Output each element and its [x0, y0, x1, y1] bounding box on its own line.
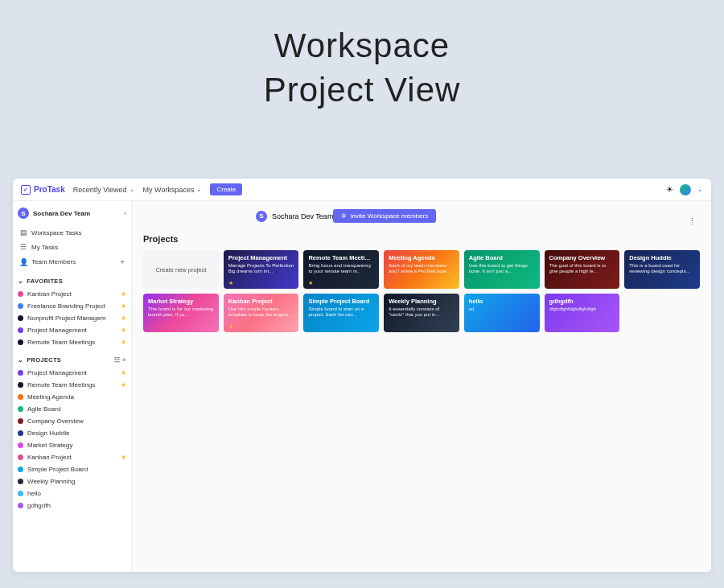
sidebar-item-label: gdhgdfh	[27, 502, 126, 509]
project-card[interactable]: Market StrategyThis board is for our mar…	[143, 294, 219, 332]
card-description: Simple board to start on a project. Each…	[308, 306, 374, 318]
color-dot-icon	[18, 503, 23, 508]
sidebar-item-label: Freelance Branding Project	[27, 302, 117, 310]
project-card[interactable]: Kanban ProjectUse this simple Kanban tem…	[224, 294, 299, 332]
favorite-item[interactable]: Kanban Project★	[18, 288, 126, 300]
star-icon[interactable]: ★	[121, 454, 126, 461]
chevron-down-icon: ⌄	[18, 356, 23, 364]
project-item[interactable]: Agile Board	[18, 403, 126, 415]
project-item[interactable]: Simple Project Board	[18, 463, 126, 475]
more-menu-icon[interactable]: ⋮	[685, 216, 700, 227]
nav-my-workspaces[interactable]: My Workspaces⌄	[143, 186, 203, 194]
main-team-name: Sochara Dev Team	[272, 212, 333, 220]
sidebar-item-label: Remote Team Meetings	[27, 381, 117, 389]
nav-my-tasks[interactable]: ☰ My Tasks	[18, 240, 126, 254]
add-member-icon[interactable]: +	[120, 257, 125, 266]
project-card[interactable]: Agile BoardUse this board to get things …	[464, 250, 540, 289]
card-description: Use this board to get things done. It is…	[469, 263, 535, 274]
user-menu-chevron-icon[interactable]: ⌄	[697, 186, 703, 193]
project-item[interactable]: hello	[18, 487, 126, 500]
star-icon[interactable]: ★	[121, 381, 126, 389]
sidebar-item-label: Simple Project Board	[27, 466, 126, 473]
sidebar-item-label: Kanban Project	[27, 454, 117, 461]
star-icon[interactable]: ★	[121, 327, 126, 334]
favorite-item[interactable]: Remote Team Meetings★	[18, 336, 126, 348]
theme-toggle-icon[interactable]: ☀	[666, 185, 673, 194]
project-card[interactable]: gdhgdfhdfghdfghfdghdfghdfgh	[545, 294, 620, 332]
star-icon[interactable]: ★	[121, 339, 126, 346]
sidebar-item-label: Meeting Agenda	[27, 393, 126, 401]
logo-text: ProTask	[34, 185, 65, 194]
project-card[interactable]: Company OverviewThe goal of this board i…	[545, 250, 620, 289]
star-icon[interactable]: ★	[308, 280, 313, 286]
card-description: sd	[469, 306, 535, 312]
star-icon[interactable]: ★	[228, 280, 233, 286]
nav-recently-viewed[interactable]: Recently Viewed⌄	[73, 186, 135, 194]
sidebar: S Sochara Dev Team ‹ ▤ Workspace Tasks ☰…	[13, 201, 132, 572]
projects-heading: Projects	[143, 234, 700, 244]
color-dot-icon	[18, 467, 23, 472]
chevron-down-icon: ⌄	[196, 186, 202, 193]
top-nav: Recently Viewed⌄ My Workspaces⌄	[73, 186, 203, 194]
project-item[interactable]: Meeting Agenda	[18, 391, 126, 403]
color-dot-icon	[18, 406, 23, 412]
chevron-down-icon: ⌄	[18, 278, 23, 285]
color-dot-icon	[18, 491, 23, 496]
nav-workspace-tasks[interactable]: ▤ Workspace Tasks	[18, 225, 126, 240]
sidebar-item-label: Project Management	[27, 369, 117, 376]
star-icon[interactable]: ★	[121, 290, 126, 298]
project-card[interactable]: Project ManagementManage Projects To Per…	[224, 250, 299, 289]
project-card[interactable]: Weekly PlanningIt essentially consists o…	[384, 294, 459, 332]
favorite-item[interactable]: Freelance Branding Project★	[18, 300, 126, 312]
project-card[interactable]: Remote Team MeetingsBring focus and tran…	[303, 250, 379, 289]
star-icon[interactable]: ★	[121, 369, 126, 376]
card-title: hello	[469, 298, 535, 305]
card-description: dfghdfghfdghdfghdfgh	[549, 306, 615, 312]
star-icon[interactable]: ★	[121, 302, 126, 310]
card-title: Design Huddle	[629, 254, 695, 261]
project-item[interactable]: Design Huddle	[18, 427, 126, 439]
logo[interactable]: ✓ ProTask	[21, 185, 65, 195]
color-dot-icon	[18, 315, 23, 321]
star-icon[interactable]: ★	[121, 315, 126, 322]
card-title: Simple Project Board	[308, 298, 374, 305]
project-item[interactable]: Weekly Planning	[18, 475, 126, 487]
project-item[interactable]: Project Management★	[18, 367, 126, 379]
card-description: This is a board used for reviewing desig…	[629, 263, 695, 274]
project-item[interactable]: Remote Team Meetings★	[18, 379, 126, 391]
sidebar-item-label: Agile Board	[27, 405, 126, 413]
favorite-item[interactable]: Nonprofit Project Managem★	[18, 312, 126, 324]
project-card[interactable]: Design HuddleThis is a board used for re…	[624, 250, 700, 289]
user-avatar[interactable]	[680, 184, 691, 195]
project-item[interactable]: Kanban Project★	[18, 451, 126, 463]
project-item[interactable]: gdhgdfh	[18, 500, 126, 512]
create-project-card[interactable]: Create new project	[143, 250, 219, 289]
favorites-header[interactable]: ⌄ FAVORITES	[18, 278, 126, 285]
chevron-down-icon: ⌄	[130, 186, 135, 193]
card-description: Each of my team members and I share a Pr…	[389, 263, 455, 274]
project-item[interactable]: Market Strategy	[18, 439, 126, 451]
card-description: Use this simple Kanban template to keep …	[228, 306, 294, 318]
project-card[interactable]: hellosd	[464, 294, 540, 332]
add-project-icon[interactable]: +	[122, 356, 126, 364]
card-title: Market Strategy	[148, 298, 214, 305]
favorite-item[interactable]: Project Management★	[18, 324, 126, 336]
project-item[interactable]: Company Overview	[18, 415, 126, 427]
card-description: Bring focus and transparency to your rem…	[308, 263, 374, 274]
view-toggle-icon[interactable]: ☷	[114, 356, 120, 364]
color-dot-icon	[18, 370, 23, 376]
create-button[interactable]: Create	[210, 183, 242, 195]
project-card[interactable]: Simple Project BoardSimple board to star…	[303, 294, 379, 332]
logo-icon: ✓	[21, 185, 31, 195]
collapse-sidebar-icon[interactable]: ‹	[124, 210, 126, 217]
card-title: gdhgdfh	[549, 298, 615, 305]
sidebar-item-label: Nonprofit Project Managem	[27, 315, 117, 322]
color-dot-icon	[18, 327, 23, 333]
nav-team-members[interactable]: 👤 Team Members +	[18, 254, 126, 269]
team-header[interactable]: S Sochara Dev Team ‹	[18, 208, 126, 219]
projects-header[interactable]: ⌄ PROJECTS ☷ +	[18, 356, 126, 364]
star-icon[interactable]: ★	[228, 323, 233, 330]
page-title: Workspace Project View	[0, 24, 724, 112]
project-card[interactable]: Meeting AgendaEach of my team members an…	[384, 250, 459, 289]
invite-members-button[interactable]: ❊ Invite Workspace members	[333, 209, 436, 223]
